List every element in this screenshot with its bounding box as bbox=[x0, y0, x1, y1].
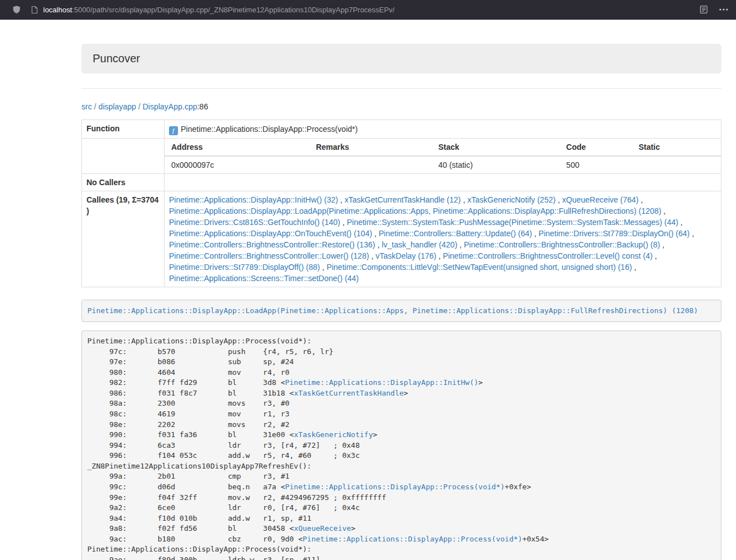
breadcrumb-link[interactable]: displayapp bbox=[98, 102, 136, 111]
col-static: Static bbox=[632, 139, 721, 156]
col-stack: Stack bbox=[432, 139, 560, 156]
symbol-link[interactable]: Pinetime::Applications::DisplayApp::Proc… bbox=[303, 535, 522, 543]
highlighted-symbol: Pinetime::Applications::DisplayApp::Load… bbox=[81, 300, 721, 322]
callee-link[interactable]: lv_task_handler (420) bbox=[382, 240, 458, 249]
callee-link[interactable]: Pinetime::Drivers::Cst816S::GetTouchInfo… bbox=[169, 218, 340, 227]
highlighted-symbol-link[interactable]: Pinetime::Applications::DisplayApp::Load… bbox=[88, 306, 698, 315]
callee-link[interactable]: Pinetime::System::SystemTask::PushMessag… bbox=[347, 218, 679, 227]
page-title: Puncover bbox=[93, 52, 140, 65]
function-name: Pinetime::Applications::DisplayApp::Proc… bbox=[181, 125, 358, 134]
callees-label: Callees (19, Σ=3704 ) bbox=[82, 191, 164, 287]
callee-link[interactable]: Pinetime::Applications::DisplayApp::Load… bbox=[169, 206, 661, 215]
cell-code: 500 bbox=[560, 156, 632, 173]
symbol-link[interactable]: xTaskGetCurrentTaskHandle bbox=[294, 389, 404, 397]
breadcrumb: src / displayapp / DisplayApp.cpp:86 bbox=[81, 101, 721, 112]
callee-link[interactable]: Pinetime::Controllers::BrightnessControl… bbox=[443, 251, 652, 260]
col-code: Code bbox=[560, 139, 632, 156]
callee-link[interactable]: xTaskGetCurrentTaskHandle (12) bbox=[345, 195, 461, 204]
metrics-table: Address Remarks Stack Code Static 0x0000… bbox=[164, 139, 721, 173]
cell-stack: 40 (static) bbox=[432, 156, 560, 173]
breadcrumb-link[interactable]: DisplayApp.cpp bbox=[143, 102, 197, 111]
no-callers-row: No Callers bbox=[82, 174, 721, 191]
divider bbox=[81, 88, 721, 89]
url-bar[interactable]: localhost:5000/path/src/displayapp/Displ… bbox=[43, 6, 395, 14]
callee-link[interactable]: Pinetime::Controllers::BrightnessControl… bbox=[169, 240, 375, 249]
table-row: 0x0000097c 40 (static) 500 bbox=[164, 156, 721, 173]
no-callers-cell bbox=[164, 174, 721, 191]
metrics-row: Address Remarks Stack Code Static 0x0000… bbox=[82, 139, 721, 174]
callees-row: Callees (19, Σ=3704 ) Pinetime::Applicat… bbox=[82, 191, 721, 287]
url-path: :5000/path/src/displayapp/DisplayApp.cpp… bbox=[72, 6, 395, 14]
metrics-header-row: Address Remarks Stack Code Static bbox=[164, 139, 721, 156]
menu-icon[interactable] bbox=[719, 8, 728, 11]
cell-remarks bbox=[309, 156, 432, 173]
breadcrumb-link[interactable]: src bbox=[81, 102, 92, 111]
page-icon[interactable] bbox=[31, 6, 38, 14]
reader-mode-icon[interactable] bbox=[700, 5, 708, 14]
cell-address: 0x0000097c bbox=[164, 156, 309, 173]
no-callers-label: No Callers bbox=[82, 174, 164, 191]
function-table: Function ƒPinetime::Applications::Displa… bbox=[81, 120, 721, 287]
callees-list: Pinetime::Applications::DisplayApp::Init… bbox=[164, 191, 721, 287]
callee-link[interactable]: Pinetime::Controllers::BrightnessControl… bbox=[169, 251, 369, 260]
callee-link[interactable]: vTaskDelay (176) bbox=[376, 251, 436, 260]
url-host: localhost bbox=[43, 6, 72, 14]
cell-static bbox=[632, 156, 721, 173]
col-address: Address bbox=[164, 139, 309, 156]
disassembly-code: Pinetime::Applications::DisplayApp::Proc… bbox=[88, 337, 549, 560]
symbol-link[interactable]: xQueueReceive bbox=[294, 524, 351, 533]
callee-link[interactable]: Pinetime::Controllers::BrightnessControl… bbox=[464, 240, 660, 249]
symbol-link[interactable]: xTaskGenericNotify bbox=[294, 430, 373, 439]
callee-link[interactable]: Pinetime::Drivers::St7789::DisplayOn() (… bbox=[538, 229, 689, 238]
callee-link[interactable]: Pinetime::Controllers::Battery::Update()… bbox=[379, 229, 532, 238]
callee-link[interactable]: Pinetime::Drivers::St7789::DisplayOff() … bbox=[169, 263, 320, 272]
function-icon: ƒ bbox=[169, 126, 178, 135]
symbol-link[interactable]: Pinetime::Applications::DisplayApp::Proc… bbox=[285, 483, 505, 491]
disassembly: Pinetime::Applications::DisplayApp::Proc… bbox=[81, 331, 721, 560]
callee-link[interactable]: Pinetime::Components::LittleVgl::SetNewT… bbox=[327, 263, 632, 272]
callee-link[interactable]: Pinetime::Applications::DisplayApp::Init… bbox=[169, 195, 338, 204]
symbol-link[interactable]: Pinetime::Applications::DisplayApp::Init… bbox=[285, 378, 478, 387]
callee-link[interactable]: xQueueReceive (764) bbox=[562, 195, 638, 204]
function-label: Function bbox=[82, 120, 164, 139]
col-remarks: Remarks bbox=[309, 139, 432, 156]
callee-link[interactable]: Pinetime::Applications::DisplayApp::OnTo… bbox=[169, 229, 372, 238]
metrics-row-spacer bbox=[82, 139, 164, 174]
app-header: Puncover bbox=[81, 44, 721, 74]
shield-icon[interactable] bbox=[12, 5, 21, 14]
page-container: Puncover src / displayapp / DisplayApp.c… bbox=[81, 44, 721, 560]
function-row: Function ƒPinetime::Applications::Displa… bbox=[82, 120, 721, 139]
callee-link[interactable]: Pinetime::Applications::Screens::Timer::… bbox=[169, 274, 359, 283]
callee-link[interactable]: xTaskGenericNotify (252) bbox=[467, 195, 555, 204]
browser-chrome: localhost:5000/path/src/displayapp/Displ… bbox=[0, 0, 736, 20]
